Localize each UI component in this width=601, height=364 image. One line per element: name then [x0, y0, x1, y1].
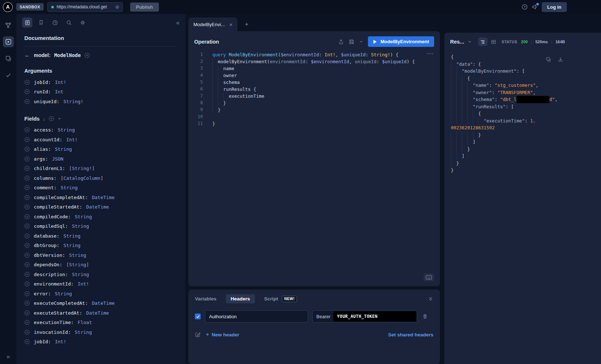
login-button[interactable]: Log in	[542, 2, 567, 12]
add-field-icon[interactable]	[24, 146, 30, 152]
doc-item-type[interactable]: String	[58, 127, 75, 133]
doc-item-type[interactable]: String	[55, 291, 72, 296]
add-field-icon[interactable]	[24, 243, 30, 248]
doc-item-type[interactable]: [CatalogColumn]	[61, 175, 103, 181]
add-field-icon[interactable]	[24, 80, 30, 85]
checks-icon[interactable]	[3, 70, 14, 81]
doc-field-row[interactable]: columns: [CatalogColumn]	[24, 173, 177, 183]
add-field-icon[interactable]	[24, 262, 30, 267]
delete-header-trash-icon[interactable]	[422, 314, 428, 319]
doc-item-type[interactable]: String	[75, 214, 92, 219]
save-operation-icon[interactable]	[349, 39, 354, 45]
publish-button[interactable]: Publish	[130, 3, 159, 12]
response-title[interactable]: Res...	[450, 39, 464, 45]
add-field-icon[interactable]	[24, 223, 30, 229]
doc-item-type[interactable]: String	[69, 252, 86, 258]
explorer-settings-gear-icon[interactable]	[77, 17, 88, 28]
add-field-icon[interactable]	[24, 137, 30, 142]
add-field-icon[interactable]	[24, 99, 30, 104]
doc-field-row[interactable]: environmentId: Int!	[24, 279, 177, 289]
tree-view-icon[interactable]	[478, 37, 488, 46]
doc-item-type[interactable]: Int!	[55, 80, 66, 85]
doc-item-type[interactable]: [String!]	[69, 166, 95, 171]
add-field-icon[interactable]	[24, 156, 30, 162]
set-shared-headers-link[interactable]: Set shared headers	[388, 332, 433, 337]
header-key-input[interactable]	[205, 310, 308, 323]
doc-field-row[interactable]: compileCompletedAt: DateTime	[24, 193, 177, 202]
doc-field-row[interactable]: jobId: Int!	[24, 337, 177, 347]
history-icon[interactable]	[50, 17, 60, 28]
search-icon[interactable]	[64, 17, 74, 28]
doc-item-type[interactable]: Int!	[55, 339, 66, 344]
doc-field-row[interactable]: database: String	[24, 231, 177, 241]
add-field-icon[interactable]	[24, 175, 30, 181]
doc-item-type[interactable]: String	[75, 329, 92, 335]
apollo-logo[interactable]: A	[3, 2, 13, 12]
close-tab-icon[interactable]: ×	[229, 21, 233, 28]
endpoint-settings-gear-icon[interactable]	[115, 4, 120, 10]
add-field-icon[interactable]	[24, 166, 30, 171]
schema-graph-icon[interactable]	[3, 20, 14, 31]
help-icon[interactable]: ?	[521, 4, 528, 10]
add-all-fields-icon[interactable]	[49, 116, 54, 121]
keyboard-shortcuts-icon[interactable]	[424, 274, 434, 281]
doc-field-row[interactable]: executeStartedAt: DateTime	[24, 308, 177, 318]
add-field-icon[interactable]	[24, 185, 30, 190]
doc-field-row[interactable]: jobId: Int!	[24, 77, 177, 87]
endpoint-url[interactable]: https://metadata.cloud.get	[57, 4, 112, 9]
add-field-icon[interactable]	[24, 233, 30, 239]
doc-item-type[interactable]: Int!	[78, 281, 89, 287]
add-field-icon[interactable]	[24, 252, 30, 258]
doc-item-type[interactable]: [String]	[66, 262, 89, 267]
doc-field-row[interactable]: description: String	[24, 270, 177, 279]
back-arrow-icon[interactable]: ←	[24, 52, 30, 58]
share-operation-icon[interactable]	[338, 39, 344, 45]
tab-variables[interactable]: Variables	[195, 296, 216, 302]
add-field-icon[interactable]	[24, 291, 30, 296]
add-field-icon[interactable]	[24, 281, 30, 287]
doc-field-row[interactable]: comment: String	[24, 183, 177, 193]
doc-field-row[interactable]: uniqueId: String!	[24, 97, 177, 106]
doc-field-row[interactable]: dbtVersion: String	[24, 250, 177, 260]
doc-field-row[interactable]: alias: String	[24, 145, 177, 154]
add-field-icon[interactable]	[24, 214, 30, 219]
doc-item-type[interactable]: String	[55, 146, 72, 152]
collections-icon[interactable]	[3, 53, 14, 64]
doc-field-row[interactable]: executionTime: Float	[24, 318, 177, 328]
doc-field-row[interactable]: accountId: Int!	[24, 135, 177, 145]
doc-field-row[interactable]: error: String	[24, 289, 177, 299]
tab-headers[interactable]: Headers	[226, 294, 255, 303]
add-field-icon[interactable]	[24, 339, 30, 344]
bulk-edit-headers-icon[interactable]	[195, 332, 201, 337]
doc-field-row[interactable]: access: String	[24, 125, 177, 135]
doc-field-row[interactable]: invocationId: String	[24, 327, 177, 337]
operation-tab[interactable]: ModelByEnvi... ×	[188, 17, 237, 31]
add-field-icon[interactable]	[24, 204, 30, 210]
doc-item-type[interactable]: Int!	[66, 137, 77, 142]
doc-item-type[interactable]: Float	[78, 320, 92, 325]
doc-field-row[interactable]: childrenL1: [String!]	[24, 164, 177, 174]
header-enabled-checkbox[interactable]	[195, 314, 201, 319]
doc-field-row[interactable]: compileStartedAt: DateTime	[24, 202, 177, 212]
explorer-play-icon[interactable]	[3, 36, 14, 47]
doc-field-row[interactable]: executeCompletedAt: DateTime	[24, 299, 177, 308]
download-response-icon[interactable]	[558, 57, 563, 62]
add-field-icon[interactable]	[24, 329, 30, 335]
new-header-button[interactable]: + New header	[206, 332, 239, 337]
response-dropdown-chevron-icon[interactable]	[468, 40, 472, 44]
doc-item-type[interactable]: DateTime	[92, 300, 115, 306]
sort-fields-icon[interactable]: ↓	[43, 116, 45, 122]
add-type-icon[interactable]	[84, 53, 90, 58]
doc-item-type[interactable]: String	[63, 243, 80, 248]
auth-token-value[interactable]: YOUR_AUTH_TOKEN	[333, 311, 416, 321]
editor-more-menu-icon[interactable]: ⋯	[427, 50, 433, 57]
doc-item-type[interactable]: String	[72, 272, 89, 277]
doc-item-type[interactable]: DateTime	[86, 310, 109, 316]
doc-item-type[interactable]: JSON	[52, 156, 63, 162]
doc-item-type[interactable]: DateTime	[86, 204, 109, 210]
collapse-docs-panel-icon[interactable]: «	[176, 20, 180, 26]
doc-field-row[interactable]: compiledCode: String	[24, 212, 177, 222]
documentation-tab-icon[interactable]	[22, 17, 32, 28]
add-field-icon[interactable]	[24, 310, 30, 316]
endpoint-url-box[interactable]: https://metadata.cloud.get	[47, 2, 123, 12]
